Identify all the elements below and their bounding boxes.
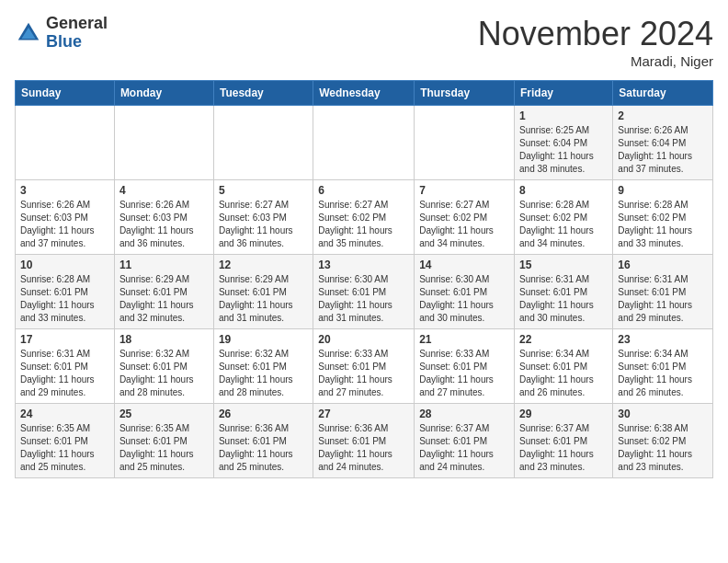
calendar-cell: 25Sunrise: 6:35 AM Sunset: 6:01 PM Dayli… xyxy=(114,404,213,478)
calendar-cell: 23Sunrise: 6:34 AM Sunset: 6:01 PM Dayli… xyxy=(613,329,713,404)
weekday-header: Saturday xyxy=(613,81,713,106)
calendar-cell: 29Sunrise: 6:37 AM Sunset: 6:01 PM Dayli… xyxy=(515,404,613,478)
calendar-cell: 12Sunrise: 6:29 AM Sunset: 6:01 PM Dayli… xyxy=(213,255,313,329)
day-info: Sunrise: 6:37 AM Sunset: 6:01 PM Dayligh… xyxy=(519,422,608,474)
day-number: 23 xyxy=(618,333,708,346)
day-info: Sunrise: 6:34 AM Sunset: 6:01 PM Dayligh… xyxy=(519,348,608,399)
day-info: Sunrise: 6:27 AM Sunset: 6:03 PM Dayligh… xyxy=(219,199,308,250)
calendar-week-row: 17Sunrise: 6:31 AM Sunset: 6:01 PM Dayli… xyxy=(16,329,713,404)
calendar-cell: 17Sunrise: 6:31 AM Sunset: 6:01 PM Dayli… xyxy=(16,329,115,404)
day-number: 15 xyxy=(519,259,608,271)
calendar-cell: 11Sunrise: 6:29 AM Sunset: 6:01 PM Dayli… xyxy=(114,255,213,329)
weekday-header: Thursday xyxy=(415,81,515,106)
calendar-week-row: 1Sunrise: 6:25 AM Sunset: 6:04 PM Daylig… xyxy=(16,106,713,180)
calendar-cell: 27Sunrise: 6:36 AM Sunset: 6:01 PM Dayli… xyxy=(313,404,415,478)
day-number: 27 xyxy=(318,408,409,420)
day-number: 29 xyxy=(519,408,608,420)
day-info: Sunrise: 6:31 AM Sunset: 6:01 PM Dayligh… xyxy=(20,348,109,399)
calendar-cell xyxy=(213,106,313,180)
calendar-cell: 16Sunrise: 6:31 AM Sunset: 6:01 PM Dayli… xyxy=(613,255,713,329)
calendar-cell xyxy=(415,106,515,180)
calendar-cell: 13Sunrise: 6:30 AM Sunset: 6:01 PM Dayli… xyxy=(313,255,415,329)
day-number: 12 xyxy=(219,259,308,271)
weekday-header: Wednesday xyxy=(313,81,415,106)
day-info: Sunrise: 6:27 AM Sunset: 6:02 PM Dayligh… xyxy=(318,199,409,250)
day-info: Sunrise: 6:26 AM Sunset: 6:04 PM Dayligh… xyxy=(618,124,708,176)
calendar-cell: 19Sunrise: 6:32 AM Sunset: 6:01 PM Dayli… xyxy=(213,329,313,404)
calendar-cell: 26Sunrise: 6:36 AM Sunset: 6:01 PM Dayli… xyxy=(213,404,313,478)
weekday-header: Monday xyxy=(114,81,213,106)
calendar-cell: 28Sunrise: 6:37 AM Sunset: 6:01 PM Dayli… xyxy=(415,404,515,478)
day-info: Sunrise: 6:29 AM Sunset: 6:01 PM Dayligh… xyxy=(219,273,308,325)
day-number: 22 xyxy=(519,333,608,346)
day-number: 18 xyxy=(119,333,209,346)
weekday-header: Friday xyxy=(515,81,613,106)
day-info: Sunrise: 6:35 AM Sunset: 6:01 PM Dayligh… xyxy=(20,422,109,474)
day-info: Sunrise: 6:28 AM Sunset: 6:01 PM Dayligh… xyxy=(20,273,109,325)
day-info: Sunrise: 6:31 AM Sunset: 6:01 PM Dayligh… xyxy=(618,273,708,325)
day-number: 25 xyxy=(119,408,209,420)
calendar-week-row: 24Sunrise: 6:35 AM Sunset: 6:01 PM Dayli… xyxy=(16,404,713,478)
calendar-cell: 2Sunrise: 6:26 AM Sunset: 6:04 PM Daylig… xyxy=(613,106,713,180)
day-number: 9 xyxy=(618,184,708,197)
month-title: November 2024 xyxy=(478,15,713,53)
day-info: Sunrise: 6:32 AM Sunset: 6:01 PM Dayligh… xyxy=(119,348,209,399)
day-info: Sunrise: 6:33 AM Sunset: 6:01 PM Dayligh… xyxy=(419,348,509,399)
day-info: Sunrise: 6:33 AM Sunset: 6:01 PM Dayligh… xyxy=(318,348,409,399)
calendar-cell: 30Sunrise: 6:38 AM Sunset: 6:02 PM Dayli… xyxy=(613,404,713,478)
day-number: 5 xyxy=(219,184,308,197)
calendar-cell: 4Sunrise: 6:26 AM Sunset: 6:03 PM Daylig… xyxy=(114,180,213,255)
day-info: Sunrise: 6:30 AM Sunset: 6:01 PM Dayligh… xyxy=(318,273,409,325)
day-number: 3 xyxy=(20,184,109,197)
day-info: Sunrise: 6:26 AM Sunset: 6:03 PM Dayligh… xyxy=(20,199,109,250)
day-info: Sunrise: 6:25 AM Sunset: 6:04 PM Dayligh… xyxy=(519,124,608,176)
calendar-cell: 22Sunrise: 6:34 AM Sunset: 6:01 PM Dayli… xyxy=(515,329,613,404)
day-info: Sunrise: 6:29 AM Sunset: 6:01 PM Dayligh… xyxy=(119,273,209,325)
calendar-cell: 18Sunrise: 6:32 AM Sunset: 6:01 PM Dayli… xyxy=(114,329,213,404)
page-header: General Blue November 2024 Maradi, Niger xyxy=(15,15,713,69)
day-info: Sunrise: 6:28 AM Sunset: 6:02 PM Dayligh… xyxy=(618,199,708,250)
day-number: 19 xyxy=(219,333,308,346)
calendar-cell xyxy=(16,106,115,180)
calendar-cell: 24Sunrise: 6:35 AM Sunset: 6:01 PM Dayli… xyxy=(16,404,115,478)
calendar-cell: 6Sunrise: 6:27 AM Sunset: 6:02 PM Daylig… xyxy=(313,180,415,255)
day-info: Sunrise: 6:31 AM Sunset: 6:01 PM Dayligh… xyxy=(519,273,608,325)
day-number: 6 xyxy=(318,184,409,197)
day-number: 7 xyxy=(419,184,509,197)
day-number: 13 xyxy=(318,259,409,271)
calendar-cell: 9Sunrise: 6:28 AM Sunset: 6:02 PM Daylig… xyxy=(613,180,713,255)
logo: General Blue xyxy=(15,15,108,52)
day-number: 20 xyxy=(318,333,409,346)
calendar-week-row: 3Sunrise: 6:26 AM Sunset: 6:03 PM Daylig… xyxy=(16,180,713,255)
logo-icon xyxy=(15,19,42,47)
calendar-cell: 8Sunrise: 6:28 AM Sunset: 6:02 PM Daylig… xyxy=(515,180,613,255)
title-block: November 2024 Maradi, Niger xyxy=(478,15,713,69)
weekday-header-row: SundayMondayTuesdayWednesdayThursdayFrid… xyxy=(16,81,713,106)
day-info: Sunrise: 6:36 AM Sunset: 6:01 PM Dayligh… xyxy=(318,422,409,474)
weekday-header: Tuesday xyxy=(213,81,313,106)
calendar-cell xyxy=(114,106,213,180)
calendar-cell: 15Sunrise: 6:31 AM Sunset: 6:01 PM Dayli… xyxy=(515,255,613,329)
calendar-cell: 20Sunrise: 6:33 AM Sunset: 6:01 PM Dayli… xyxy=(313,329,415,404)
day-number: 26 xyxy=(219,408,308,420)
day-info: Sunrise: 6:32 AM Sunset: 6:01 PM Dayligh… xyxy=(219,348,308,399)
day-info: Sunrise: 6:34 AM Sunset: 6:01 PM Dayligh… xyxy=(618,348,708,399)
calendar-cell: 21Sunrise: 6:33 AM Sunset: 6:01 PM Dayli… xyxy=(415,329,515,404)
day-number: 10 xyxy=(20,259,109,271)
day-info: Sunrise: 6:37 AM Sunset: 6:01 PM Dayligh… xyxy=(419,422,509,474)
day-number: 8 xyxy=(519,184,608,197)
day-info: Sunrise: 6:35 AM Sunset: 6:01 PM Dayligh… xyxy=(119,422,209,474)
day-number: 1 xyxy=(519,109,608,122)
day-info: Sunrise: 6:30 AM Sunset: 6:01 PM Dayligh… xyxy=(419,273,509,325)
day-info: Sunrise: 6:27 AM Sunset: 6:02 PM Dayligh… xyxy=(419,199,509,250)
calendar-cell: 1Sunrise: 6:25 AM Sunset: 6:04 PM Daylig… xyxy=(515,106,613,180)
day-number: 24 xyxy=(20,408,109,420)
day-number: 21 xyxy=(419,333,509,346)
day-info: Sunrise: 6:38 AM Sunset: 6:02 PM Dayligh… xyxy=(618,422,708,474)
location: Maradi, Niger xyxy=(478,53,713,69)
day-number: 17 xyxy=(20,333,109,346)
calendar-cell: 3Sunrise: 6:26 AM Sunset: 6:03 PM Daylig… xyxy=(16,180,115,255)
calendar-cell xyxy=(313,106,415,180)
day-number: 14 xyxy=(419,259,509,271)
logo-general: General xyxy=(46,15,108,33)
